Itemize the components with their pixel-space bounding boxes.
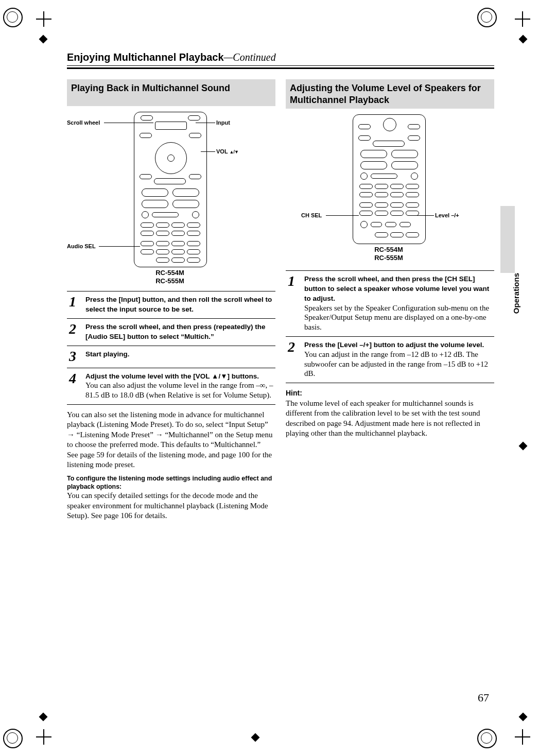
reg-mark [3,8,23,27]
step-row: 1 Press the scroll wheel, and then press… [286,271,494,337]
reg-mark [477,8,497,27]
section-title-left: Playing Back in Multichannel Sound [67,79,275,106]
diamond-icon [519,713,528,721]
step-number: 3 [69,349,85,364]
divider [67,65,494,69]
step-row: 1 Press the [Input] button, and then rol… [67,291,275,319]
step-row: 2 Press the [Level –/+] button to adjust… [286,337,494,383]
chapter-title-text: Enjoying Multichannel Playback [67,51,224,63]
step-row: 3 Start playing. [67,346,275,368]
step-number: 4 [69,371,85,400]
crop-cross-icon [36,729,51,745]
callout-ch-sel: CH SEL [301,212,322,218]
section-title-right: Adjusting the Volume Level of Speakers f… [286,79,494,109]
step-number: 2 [288,340,304,379]
remote-model-1: RC-554M [134,269,206,277]
page-number: 67 [478,691,489,705]
reg-mark [477,729,497,748]
remote-model-1: RC-554M [353,246,425,253]
step-instruction: Press the scroll wheel, and then press t… [304,275,489,302]
step-detail: You can adjust in the range from –12 dB … [304,350,488,378]
steps-left: 1 Press the [Input] button, and then rol… [67,291,275,405]
callout-input: Input [216,119,230,126]
right-column: Adjusting the Volume Level of Speakers f… [286,79,494,521]
step-instruction: Adjust the volume level with the [VOL ▲/… [85,372,259,380]
step-detail: Speakers set by the Speaker Configuratio… [304,304,489,332]
callout-vol: VOL [216,148,238,154]
hint-body: The volume level of each speaker for mul… [286,399,480,438]
section-tab-label: Operations [512,273,520,314]
paragraph: You can specify detailed settings for th… [67,491,275,521]
hint-block: Hint: The volume level of each speaker f… [286,388,494,439]
crop-cross-icon [515,729,530,745]
step-instruction: Press the [Level –/+] button to adjust t… [304,341,484,349]
paragraphs-left: You can also set the listening mode in a… [67,410,275,521]
crop-cross-icon [515,11,530,27]
callout-audio-sel: Audio SEL [67,243,96,249]
diamond-icon [39,713,48,721]
chapter-continued: —Continued [224,51,276,63]
step-number: 1 [288,274,304,332]
diamond-icon [251,733,260,742]
remote-figure-right: CH SEL Level –/+ RC-554M RC-555M [286,112,494,266]
section-tab [500,206,515,273]
paragraph: You can also set the listening mode in a… [67,410,275,450]
step-instruction: Press the scroll wheel, and then press (… [85,323,266,340]
left-column: Playing Back in Multichannel Sound [67,79,275,521]
step-number: 1 [69,295,85,314]
callout-level: Level –/+ [435,212,459,218]
remote-figure-left: Scroll wheel Input VOL Audio SEL RC-554M… [67,109,275,287]
subheading: To configure the listening mode settings… [67,474,275,491]
step-row: 2 Press the scroll wheel, and then press… [67,319,275,346]
remote-model-2: RC-555M [134,277,206,285]
crop-cross-icon [36,11,51,27]
hint-label: Hint: [286,389,302,397]
steps-right: 1 Press the scroll wheel, and then press… [286,270,494,383]
step-detail: You can also adjust the volume level in … [85,381,273,399]
chapter-title: Enjoying Multichannel Playback—Continued [67,51,494,63]
step-instruction: Start playing. [85,350,130,358]
paragraph: See page 59 for details of the listening… [67,450,275,470]
remote-model-2: RC-555M [353,254,425,262]
step-instruction: Press the [Input] button, and then roll … [85,296,272,313]
callout-scroll-wheel: Scroll wheel [67,119,100,126]
step-number: 2 [69,322,85,341]
reg-mark [3,729,23,748]
step-row: 4 Adjust the volume level with the [VOL … [67,368,275,405]
